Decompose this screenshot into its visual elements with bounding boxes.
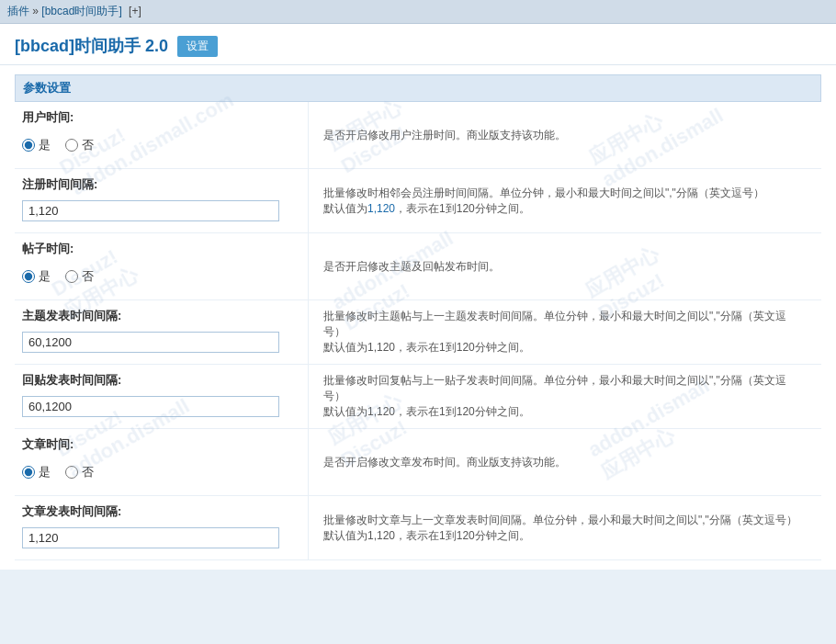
field-left-reg-interval: 注册时间间隔: xyxy=(15,169,309,232)
desc-text-reply: 批量修改时回复帖与上一贴子发表时间间隔。单位分钟，最小和最大时间之间以","分隔… xyxy=(323,373,807,420)
breadcrumb: 插件 » [bbcad时间助手] [+] xyxy=(0,0,836,24)
field-article-time: 文章时间: 是 否 是否开启修改文章发布时间。商业版支持该功能。 xyxy=(15,429,821,496)
radio-no-article-time[interactable]: 否 xyxy=(65,464,94,480)
label-user-time: 用户时间: xyxy=(22,109,300,126)
radio-input-no-user-time[interactable] xyxy=(65,139,78,152)
radio-no-label: 否 xyxy=(82,137,94,153)
desc-text-article-interval: 批量修改时文章与上一文章发表时间间隔。单位分钟，最小和最大时间之间以","分隔（… xyxy=(323,513,797,544)
input-wrapper-reply xyxy=(22,392,300,421)
field-left-post-time: 帖子时间: 是 否 xyxy=(15,233,309,299)
radio-input-no-post-time[interactable] xyxy=(65,270,78,283)
input-wrapper-article xyxy=(22,524,300,552)
label-post-time: 帖子时间: xyxy=(22,241,300,257)
field-left-user-time: 用户时间: 是 否 xyxy=(15,102,309,168)
radio-group-user-time: 是 否 xyxy=(22,130,300,161)
desc-text-user-time: 是否开启修改用户注册时间。商业版支持该功能。 xyxy=(323,128,566,143)
field-reg-interval: 注册时间间隔: 批量修改时相邻会员注册时间间隔。单位分钟，最小和最大时间之间以"… xyxy=(15,169,821,233)
radio-input-yes-article-time[interactable] xyxy=(22,466,35,479)
page-title: [bbcad]时间助手 2.0 xyxy=(15,35,168,57)
field-left-article-interval: 文章发表时间间隔: xyxy=(15,496,309,559)
field-reply-interval: 回贴发表时间间隔: 批量修改时回复帖与上一贴子发表时间间隔。单位分钟，最小和最大… xyxy=(15,365,821,429)
radio-input-no-article-time[interactable] xyxy=(65,466,78,479)
desc-article-time: 是否开启修改文章发布时间。商业版支持该功能。 xyxy=(309,429,821,495)
desc-thread-interval: 批量修改时主题帖与上一主题发表时间间隔。单位分钟，最小和最大时间之间以","分隔… xyxy=(309,300,821,364)
radio-yes-label: 是 xyxy=(39,137,51,153)
desc-text-post: 是否开启修改主题及回帖发布时间。 xyxy=(323,259,500,275)
radio-input-yes-post-time[interactable] xyxy=(22,270,35,283)
settings-button[interactable]: 设置 xyxy=(177,36,218,57)
field-left-thread-interval: 主题发表时间间隔: xyxy=(15,300,309,364)
radio-group-post-time: 是 否 xyxy=(22,261,300,292)
form-section: 用户时间: 是 否 是否开启修改用户注册时间。商业版支持该功能。 xyxy=(15,102,821,560)
page-header: [bbcad]时间助手 2.0 设置 xyxy=(0,24,836,65)
breadcrumb-current-link[interactable]: [bbcad时间助手] xyxy=(41,5,121,17)
input-article-interval[interactable] xyxy=(22,527,279,548)
radio-yes-post-time[interactable]: 是 xyxy=(22,268,51,285)
desc-reply-interval: 批量修改时回复帖与上一贴子发表时间间隔。单位分钟，最小和最大时间之间以","分隔… xyxy=(309,365,821,428)
input-thread-interval[interactable] xyxy=(22,332,279,353)
breadcrumb-sep1: » xyxy=(32,5,41,17)
desc-post-time: 是否开启修改主题及回帖发布时间。 xyxy=(309,233,821,299)
radio-group-article-time: 是 否 xyxy=(22,457,300,488)
label-reply-interval: 回贴发表时间间隔: xyxy=(22,372,300,389)
content-area: 参数设置 用户时间: 是 否 是否开启修改用户 xyxy=(0,65,836,570)
radio-yes-user-time[interactable]: 是 xyxy=(22,137,51,153)
breadcrumb-plugin-link[interactable]: 插件 xyxy=(7,5,29,17)
field-left-article-time: 文章时间: 是 否 xyxy=(15,429,309,495)
radio-article-no-label: 否 xyxy=(82,464,94,480)
highlight-reg: 1,120 xyxy=(367,202,395,215)
desc-text-thread: 批量修改时主题帖与上一主题发表时间间隔。单位分钟，最小和最大时间之间以","分隔… xyxy=(323,309,807,356)
radio-no-post-time[interactable]: 否 xyxy=(65,268,94,285)
input-wrapper-thread xyxy=(22,328,300,356)
input-wrapper-reg xyxy=(22,197,300,225)
section-header: 参数设置 xyxy=(15,74,821,102)
field-article-interval: 文章发表时间间隔: 批量修改时文章与上一文章发表时间间隔。单位分钟，最小和最大时… xyxy=(15,496,821,560)
desc-user-time: 是否开启修改用户注册时间。商业版支持该功能。 xyxy=(309,102,821,168)
radio-yes-article-time[interactable]: 是 xyxy=(22,464,51,480)
radio-article-yes-label: 是 xyxy=(39,464,51,480)
label-reg-interval: 注册时间间隔: xyxy=(22,176,300,193)
input-reg-interval[interactable] xyxy=(22,200,279,221)
field-post-time: 帖子时间: 是 否 是否开启修改主题及回帖发布时间。 xyxy=(15,233,821,300)
desc-text-article: 是否开启修改文章发布时间。商业版支持该功能。 xyxy=(323,455,566,470)
desc-text-reg: 批量修改时相邻会员注册时间间隔。单位分钟，最小和最大时间之间以","分隔（英文逗… xyxy=(323,186,764,217)
radio-input-yes-user-time[interactable] xyxy=(22,139,35,152)
main-container: [bbcad]时间助手 2.0 设置 参数设置 用户时间: 是 否 xyxy=(0,24,836,570)
input-reply-interval[interactable] xyxy=(22,396,279,417)
radio-no-user-time[interactable]: 否 xyxy=(65,137,94,153)
field-user-time: 用户时间: 是 否 是否开启修改用户注册时间。商业版支持该功能。 xyxy=(15,102,821,169)
desc-reg-interval: 批量修改时相邻会员注册时间间隔。单位分钟，最小和最大时间之间以","分隔（英文逗… xyxy=(309,169,821,232)
radio-post-no-label: 否 xyxy=(82,268,94,285)
label-thread-interval: 主题发表时间间隔: xyxy=(22,308,300,324)
desc-article-interval: 批量修改时文章与上一文章发表时间间隔。单位分钟，最小和最大时间之间以","分隔（… xyxy=(309,496,821,559)
field-thread-interval: 主题发表时间间隔: 批量修改时主题帖与上一主题发表时间间隔。单位分钟，最小和最大… xyxy=(15,300,821,365)
field-left-reply-interval: 回贴发表时间间隔: xyxy=(15,365,309,428)
label-article-interval: 文章发表时间间隔: xyxy=(22,503,300,520)
label-article-time: 文章时间: xyxy=(22,436,300,453)
radio-post-yes-label: 是 xyxy=(39,268,51,285)
breadcrumb-add[interactable]: [+] xyxy=(129,5,141,17)
